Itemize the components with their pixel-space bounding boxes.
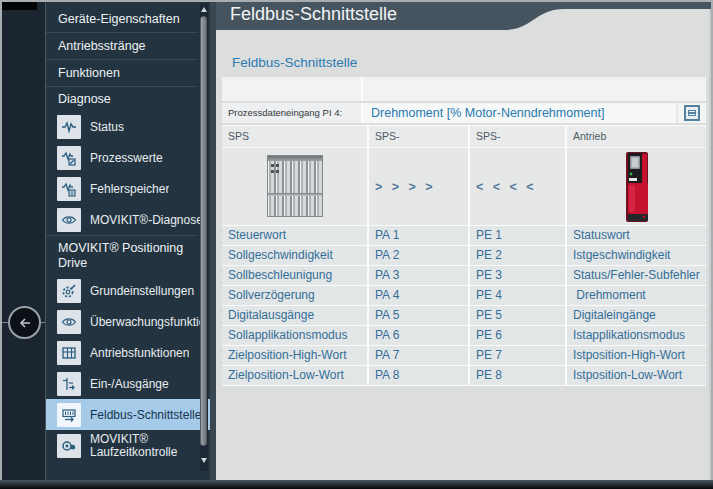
plc-image: [267, 155, 323, 217]
main-area: Feldbus-Schnittstelle Feldbus-Schnittste…: [210, 2, 711, 480]
sidebar-item-movikit-laufzeitkontrolle[interactable]: MOVIKIT® Laufzeitkontrolle: [46, 430, 210, 461]
sidebar-item-label: Status: [90, 120, 124, 134]
pa-name-cell[interactable]: Sollapplikationsmodus: [222, 326, 367, 345]
sidebar-item-antriebsfunktionen[interactable]: Antriebsfunktionen: [46, 337, 210, 368]
arrows-left: < < < <: [476, 180, 537, 194]
column-header-sps-eingangsdaten: SPS-Eingangsdaten: [470, 126, 565, 147]
sidebar-section-diagnose: Diagnose: [46, 87, 198, 111]
list-edit-icon: [688, 110, 696, 116]
pa-index-cell: PA 7: [369, 346, 468, 365]
process-input-label: Prozessdateneingang PI 4:: [222, 103, 361, 123]
sidebar-item-ein-ausgaenge[interactable]: Ein-/Ausgänge: [46, 368, 210, 399]
collapse-sidebar-button[interactable]: [8, 306, 41, 339]
subtitle-link[interactable]: Feldbus-Schnittstelle: [232, 55, 357, 70]
pa-name-cell[interactable]: Zielposition-High-Wort: [222, 346, 367, 365]
arrows-right: > > > >: [375, 180, 436, 194]
triangle-up-icon: [201, 7, 207, 12]
list-edit-button[interactable]: [684, 105, 700, 121]
table-row: Zielposition-Low-Wort PA 8 PE 8 Istposit…: [222, 366, 706, 385]
pa-index-cell: PA 6: [369, 326, 468, 345]
pe-name-cell[interactable]: Digitaleingänge: [567, 306, 706, 325]
pe-name-cell[interactable]: Statuswort: [567, 226, 706, 245]
sidebar-item-status[interactable]: Status: [46, 111, 210, 142]
table-header-row: SPS SPS-Ausgangsdaten SPS-Eingangsdaten …: [222, 126, 706, 147]
pe-name-cell[interactable]: Istgeschwindigkeit: [567, 246, 706, 265]
pa-name-cell[interactable]: Sollverzögerung: [222, 286, 367, 305]
pa-index-cell: PA 3: [369, 266, 468, 285]
pe-index-cell: PE 6: [470, 326, 565, 345]
sidebar-item-label: MOVIKIT®-Diagnose: [90, 213, 202, 227]
eye-icon: [57, 310, 81, 334]
pe-name-cell[interactable]: Status/Fehler-Subfehler: [567, 266, 706, 285]
gear-icon: [57, 279, 81, 303]
scrollbar-up-arrow[interactable]: [200, 4, 208, 14]
process-input-button-cell: [676, 103, 706, 123]
sidebar-item-funktionen[interactable]: Funktionen: [46, 60, 198, 87]
column-header-sps: SPS: [222, 126, 367, 147]
sidebar-scrollbar[interactable]: [200, 3, 208, 471]
top-black-bar: [2, 2, 37, 10]
table-row: Sollapplikationsmodus PA 6 PE 6 Istappli…: [222, 326, 706, 345]
sidebar-item-grundeinstellungen[interactable]: Grundeinstellungen: [46, 275, 210, 306]
sidebar-item-label: Prozesswerte: [90, 151, 163, 165]
pa-name-cell[interactable]: Steuerwort: [222, 226, 367, 245]
table-image-row: > > > > < < < <: [222, 148, 706, 225]
input-direction-cell: < < < <: [470, 148, 565, 225]
sidebar-item-prozesswerte[interactable]: Prozesswerte: [46, 142, 210, 173]
process-data-table: SPS SPS-Ausgangsdaten SPS-Eingangsdaten …: [222, 125, 706, 386]
sidebar: Geräte-Eigenschaften Antriebsstränge Fun…: [45, 2, 210, 480]
pa-index-cell: PA 1: [369, 226, 468, 245]
table-row: Sollverzögerung PA 4 PE 4 Drehmoment: [222, 286, 706, 305]
table-row: Digitalausgänge PA 5 PE 5 Digitaleingäng…: [222, 306, 706, 325]
triangle-down-icon: [201, 458, 207, 463]
sidebar-item-label: Fehlerspeicher: [90, 182, 169, 196]
sidebar-item-movikit-diagnose[interactable]: MOVIKIT®-Diagnose: [46, 204, 210, 235]
scrollbar-thumb[interactable]: [200, 16, 207, 446]
window-bottom-bar: [0, 480, 713, 489]
column-header-sps-ausgangsdaten: SPS-Ausgangsdaten: [369, 126, 468, 147]
fieldbus-icon: [57, 403, 81, 427]
grid-icon: [57, 341, 81, 365]
sidebar-item-label: Überwachungsfunktic: [90, 315, 202, 329]
pe-name-cell[interactable]: Drehmoment: [567, 286, 706, 305]
waveform-square-icon: [57, 146, 81, 170]
property-grid-divider: [361, 77, 363, 101]
waveform-log-icon: [57, 177, 81, 201]
process-input-value-dropdown[interactable]: Drehmoment [% Motor-Nenndrehmoment]: [363, 103, 676, 123]
waveform-icon: [57, 115, 81, 139]
table-row: Sollgeschwindigkeit PA 2 PE 2 Istgeschwi…: [222, 246, 706, 265]
output-direction-cell: > > > >: [369, 148, 468, 225]
scrollbar-down-arrow[interactable]: [200, 455, 208, 465]
sidebar-item-ueberwachungsfunktionen[interactable]: Überwachungsfunktic: [46, 306, 210, 337]
pe-name-cell[interactable]: Istposition-High-Wort: [567, 346, 706, 365]
pa-name-cell[interactable]: Sollbeschleunigung: [222, 266, 367, 285]
pe-index-cell: PE 1: [470, 226, 565, 245]
pa-index-cell: PA 4: [369, 286, 468, 305]
sidebar-item-antriebsstraenge[interactable]: Antriebsstränge: [46, 33, 198, 60]
pe-index-cell: PE 7: [470, 346, 565, 365]
pe-index-cell: PE 4: [470, 286, 565, 305]
pa-name-cell[interactable]: Sollgeschwindigkeit: [222, 246, 367, 265]
process-data-input-row: Prozessdateneingang PI 4: Drehmoment [% …: [222, 103, 706, 123]
sidebar-item-geraete-eigenschaften[interactable]: Geräte-Eigenschaften: [46, 6, 198, 33]
sidebar-item-label: MOVIKIT® Laufzeitkontrolle: [90, 433, 198, 459]
sps-image-cell: [222, 148, 367, 225]
pa-name-cell[interactable]: Zielposition-Low-Wort: [222, 366, 367, 385]
sidebar-item-label: Antriebsfunktionen: [90, 346, 189, 360]
page-title: Feldbus-Schnittstelle: [230, 4, 397, 25]
sidebar-item-feldbus-schnittstelle[interactable]: Feldbus-Schnittstelle: [46, 399, 210, 430]
sidebar-item-label: Ein-/Ausgänge: [90, 377, 169, 391]
table-row: Sollbeschleunigung PA 3 PE 3 Status/Fehl…: [222, 266, 706, 285]
gears-icon: [57, 434, 81, 458]
sidebar-item-fehlerspeicher[interactable]: Fehlerspeicher: [46, 173, 210, 204]
sidebar-section-movikit-positioning-drive: MOVIKIT® Positioning Drive: [46, 236, 198, 275]
table-row: Steuerwort PA 1 PE 1 Statuswort: [222, 226, 706, 245]
pe-name-cell[interactable]: Istposition-Low-Wort: [567, 366, 706, 385]
property-grid-spacer-row: [222, 77, 706, 101]
pa-name-cell[interactable]: Digitalausgänge: [222, 306, 367, 325]
column-header-antrieb: Antrieb: [567, 126, 706, 147]
sidebar-item-label: Grundeinstellungen: [90, 284, 194, 298]
pe-name-cell[interactable]: Istapplikationsmodus: [567, 326, 706, 345]
window-border-left: [0, 0, 2, 489]
table-row: Zielposition-High-Wort PA 7 PE 7 Istposi…: [222, 346, 706, 365]
